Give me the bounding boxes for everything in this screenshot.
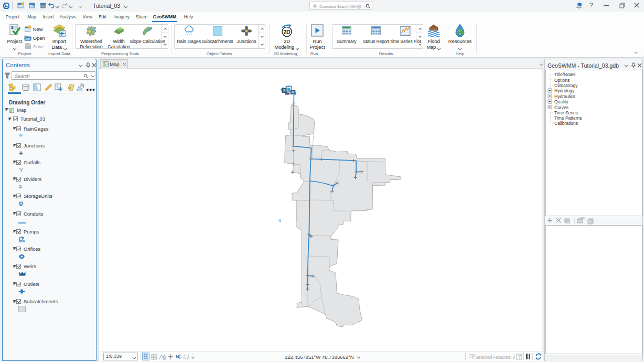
svg-text:Time Series: Time Series bbox=[554, 110, 578, 115]
svg-text:Hydraulics: Hydraulics bbox=[554, 94, 575, 99]
svg-text:Hydrology: Hydrology bbox=[554, 88, 575, 93]
svg-text:Title/Notes: Title/Notes bbox=[554, 72, 575, 77]
svg-text:Time Patterns: Time Patterns bbox=[554, 115, 582, 121]
svg-text:2D: 2D bbox=[283, 29, 291, 35]
svg-text:Quality: Quality bbox=[554, 99, 568, 104]
svg-text:N: N bbox=[176, 354, 179, 359]
svg-text:Climatology: Climatology bbox=[554, 83, 578, 88]
svg-text:Options: Options bbox=[554, 78, 570, 83]
svg-text:Calibrations: Calibrations bbox=[554, 121, 578, 126]
svg-text:Curves: Curves bbox=[554, 105, 568, 110]
